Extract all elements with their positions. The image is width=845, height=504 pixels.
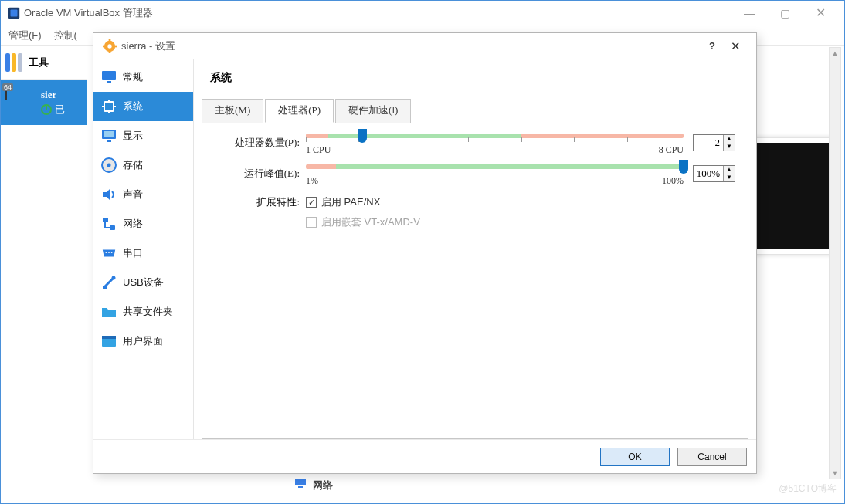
- ui-icon: [101, 333, 117, 349]
- tools-label: 工具: [29, 56, 49, 69]
- help-button[interactable]: ?: [701, 40, 724, 52]
- close-button[interactable]: ✕: [803, 1, 838, 25]
- dialog-titlebar: sierra - 设置 ? ✕: [93, 33, 756, 59]
- checkbox-pae[interactable]: ✓: [306, 197, 317, 208]
- system-tabs: 主板(M) 处理器(P) 硬件加速(l): [202, 99, 748, 123]
- execcap-slider-track[interactable]: [306, 164, 684, 169]
- network-icon: [101, 216, 117, 232]
- category-label-audio: 声音: [123, 188, 143, 201]
- vm-row-sierra[interactable]: 64 sier 已: [1, 80, 87, 125]
- category-serial[interactable]: 串口: [93, 238, 193, 268]
- svg-point-26: [105, 252, 107, 253]
- category-display[interactable]: 显示: [93, 121, 193, 151]
- category-label-system: 系统: [123, 100, 143, 113]
- execcap-min-label: 1%: [306, 175, 318, 187]
- spin-down-icon[interactable]: ▼: [724, 174, 735, 181]
- processor-max-label: 8 CPU: [659, 144, 684, 156]
- svg-rect-1: [11, 10, 18, 17]
- category-label-shared: 共享文件夹: [123, 305, 173, 319]
- category-general[interactable]: 常规: [93, 63, 193, 92]
- vertical-scrollbar[interactable]: ▲ ▼: [829, 47, 841, 479]
- execcap-max-label: 100%: [662, 175, 684, 187]
- maximize-button[interactable]: ▢: [767, 1, 803, 25]
- chip-icon: [101, 99, 117, 114]
- tab-processor[interactable]: 处理器(P): [265, 99, 334, 123]
- processor-count-slider-area: 1 CPU 8 CPU: [306, 134, 684, 152]
- vm-state-text: 已: [55, 103, 65, 117]
- svg-rect-24: [110, 225, 115, 230]
- tools-row[interactable]: 工具: [1, 46, 87, 80]
- processor-count-spinbox[interactable]: ▲ ▼: [693, 134, 735, 151]
- category-usb[interactable]: USB设备: [93, 268, 193, 297]
- exec-cap-label: 运行峰值(E):: [215, 167, 306, 181]
- checkbox-pae-label: 启用 PAE/NX: [321, 195, 380, 209]
- processor-count-input[interactable]: [694, 135, 723, 151]
- network-icon: [294, 477, 307, 494]
- display-icon: [101, 128, 117, 144]
- dialog-close-button[interactable]: ✕: [724, 39, 747, 53]
- category-user-interface[interactable]: 用户界面: [93, 326, 193, 356]
- minimize-button[interactable]: —: [731, 1, 767, 25]
- svg-point-27: [108, 252, 110, 253]
- main-titlebar: Oracle VM VirtualBox 管理器 — ▢ ✕: [1, 1, 844, 25]
- svg-point-5: [107, 44, 111, 48]
- svg-rect-19: [107, 140, 111, 142]
- checkbox-nested-row: 启用嵌套 VT-x/AMD-V: [306, 215, 420, 229]
- virtualbox-logo-icon: [7, 6, 21, 20]
- scroll-down-icon[interactable]: ▼: [830, 468, 840, 479]
- checkbox-pae-row[interactable]: ✓ 启用 PAE/NX: [306, 195, 420, 209]
- network-section-label: 网络: [313, 477, 333, 494]
- menu-item-manage[interactable]: 管理(F): [2, 25, 48, 45]
- tab-motherboard[interactable]: 主板(M): [202, 99, 263, 123]
- category-system[interactable]: 系统: [93, 92, 193, 121]
- scroll-up-icon[interactable]: ▲: [830, 48, 840, 59]
- speaker-icon: [101, 187, 117, 202]
- svg-point-21: [107, 164, 111, 167]
- section-title: 系统: [202, 66, 748, 90]
- watermark: @51CTO博客: [779, 482, 837, 496]
- tab-body-processor: 处理器数量(P):: [202, 123, 748, 439]
- category-shared-folders[interactable]: 共享文件夹: [93, 297, 193, 326]
- main-window-title: Oracle VM VirtualBox 管理器: [21, 6, 153, 20]
- ext-features-label: 扩展特性:: [215, 195, 306, 209]
- svg-rect-10: [102, 71, 116, 80]
- checkbox-nested: [306, 217, 317, 228]
- menu-item-control[interactable]: 控制(: [48, 25, 83, 45]
- category-label-general: 常规: [123, 70, 143, 84]
- category-label-ui: 用户界面: [123, 334, 163, 348]
- exec-cap-spinbox[interactable]: ▲ ▼: [693, 165, 735, 182]
- spin-down-icon[interactable]: ▼: [724, 143, 735, 151]
- vm-name: sier: [41, 89, 65, 101]
- tab-acceleration[interactable]: 硬件加速(l): [335, 99, 411, 123]
- settings-category-list: 常规 系统 显示 存储 声音 网络: [93, 59, 194, 439]
- category-label-serial: 串口: [123, 246, 143, 260]
- svg-rect-30: [103, 286, 107, 289]
- processor-count-label: 处理器数量(P):: [215, 136, 306, 150]
- category-audio[interactable]: 声音: [93, 180, 193, 209]
- power-icon: [41, 104, 52, 115]
- vm-list: 工具 64 sier 已: [1, 46, 87, 503]
- settings-right-pane: 系统 主板(M) 处理器(P) 硬件加速(l) 处理器数量(P):: [194, 59, 756, 439]
- folder-icon: [101, 304, 117, 320]
- dialog-title: sierra - 设置: [121, 39, 175, 53]
- execcap-slider-thumb[interactable]: [679, 160, 688, 174]
- serial-port-icon: [101, 245, 117, 261]
- svg-rect-12: [104, 102, 114, 111]
- category-network[interactable]: 网络: [93, 209, 193, 238]
- spin-up-icon[interactable]: ▲: [724, 135, 735, 143]
- cancel-button[interactable]: Cancel: [677, 448, 747, 466]
- tools-icon: [5, 53, 22, 72]
- spin-up-icon[interactable]: ▲: [724, 166, 735, 174]
- category-label-network: 网络: [123, 217, 143, 231]
- ok-button[interactable]: OK: [600, 448, 670, 466]
- svg-rect-32: [102, 336, 116, 339]
- exec-cap-input[interactable]: [694, 166, 723, 181]
- checkbox-nested-label: 启用嵌套 VT-x/AMD-V: [321, 215, 420, 229]
- svg-point-29: [112, 276, 116, 280]
- svg-rect-23: [103, 218, 108, 222]
- monitor-icon: [101, 69, 117, 85]
- exec-cap-slider-area: 1% 100%: [306, 164, 684, 183]
- category-storage[interactable]: 存储: [93, 151, 193, 180]
- processor-min-label: 1 CPU: [306, 144, 331, 156]
- processor-slider-thumb[interactable]: [358, 129, 367, 143]
